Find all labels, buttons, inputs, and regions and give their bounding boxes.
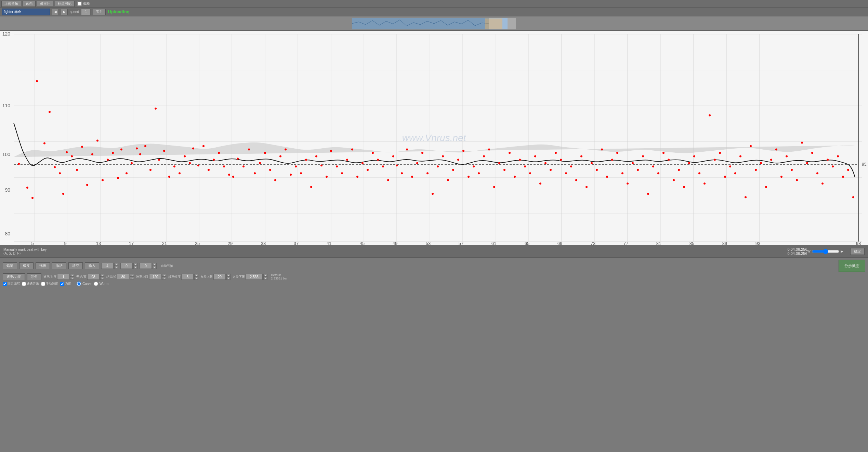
spinner-rate-down[interactable]: ▼ xyxy=(70,277,74,280)
eraser-btn[interactable]: 橡皮 xyxy=(19,262,34,269)
svg-point-206 xyxy=(847,169,849,171)
svg-point-45 xyxy=(31,197,34,199)
speed-input[interactable] xyxy=(81,9,91,15)
svg-point-55 xyxy=(81,146,83,148)
spinner-max-rate-input[interactable] xyxy=(149,274,161,280)
svg-point-205 xyxy=(842,176,844,178)
spinner-max-rate-down[interactable]: ▼ xyxy=(162,277,166,280)
return-btn[interactable]: 返档 xyxy=(23,1,36,7)
svg-point-137 xyxy=(493,186,495,188)
spinner-freq-up[interactable]: ▲ xyxy=(194,274,198,277)
spinner-rate-arrows[interactable]: ▲ ▼ xyxy=(70,274,74,280)
clear-btn[interactable]: 清空 xyxy=(68,262,83,269)
spinner-4-up[interactable]: ▲ xyxy=(114,263,118,266)
spinner-freq-input[interactable] xyxy=(181,274,194,280)
spinner-var-max-down[interactable]: ▼ xyxy=(226,277,231,280)
input-btn[interactable]: 输入 xyxy=(85,262,99,269)
rate-strength-btn[interactable]: 速率/力度 xyxy=(3,273,25,280)
svg-point-148 xyxy=(550,169,552,171)
curve-radio[interactable] xyxy=(77,282,81,286)
spinner-max-rate-up[interactable]: ▲ xyxy=(162,274,166,277)
pencil-btn[interactable]: 铅笔 xyxy=(3,262,17,269)
spinner-start-arrows[interactable]: ▲ ▼ xyxy=(100,274,104,280)
svg-point-159 xyxy=(606,176,608,178)
svg-text:25: 25 xyxy=(195,241,200,245)
spinner-4-arrows[interactable]: ▲ ▼ xyxy=(114,263,118,269)
spinner-0a-input[interactable] xyxy=(120,263,133,269)
svg-text:33: 33 xyxy=(261,241,266,245)
spinner-0b-input[interactable] xyxy=(140,263,152,269)
svg-point-54 xyxy=(76,169,78,171)
svg-point-82 xyxy=(213,159,215,161)
svg-text:80: 80 xyxy=(5,231,10,236)
svg-point-89 xyxy=(248,148,250,150)
svg-point-65 xyxy=(131,162,133,164)
spinner-0a-up[interactable]: ▲ xyxy=(133,263,137,266)
drag-btn[interactable]: 拖拽 xyxy=(36,262,50,269)
spinner-end-input[interactable] xyxy=(117,274,129,280)
svg-point-201 xyxy=(821,182,824,184)
spinner-end-down[interactable]: ▼ xyxy=(130,277,134,280)
confirm-btn[interactable]: 确定 xyxy=(850,248,865,255)
fourier-btn[interactable]: 傅里叶 xyxy=(37,1,53,7)
play-btn[interactable]: 玉主 xyxy=(93,9,106,15)
svg-point-75 xyxy=(179,172,181,174)
spinner-end-up[interactable]: ▲ xyxy=(130,274,134,277)
mark-btn[interactable]: 标点书记 xyxy=(55,1,75,7)
upload-music-btn[interactable]: 上传音乐 xyxy=(1,1,21,7)
fixed-checkbox[interactable] xyxy=(3,282,7,286)
waveform-bar xyxy=(0,16,868,31)
svg-point-76 xyxy=(184,155,186,157)
spinner-max-rate-arrows[interactable]: ▲ ▼ xyxy=(162,274,166,280)
cut-checkbox[interactable] xyxy=(77,1,82,6)
checkbox-strength: 力度 xyxy=(60,282,71,286)
spinner-4-input[interactable] xyxy=(101,263,114,269)
spinner-var-min-down[interactable]: ▼ xyxy=(263,277,267,280)
spinner-var-max-input[interactable] xyxy=(213,274,226,280)
next-btn[interactable]: ▶ xyxy=(61,9,68,15)
spinner-var-max-arrows[interactable]: ▲ ▼ xyxy=(226,274,231,280)
spinner-end-arrows[interactable]: ▲ ▼ xyxy=(130,274,134,280)
speed-slider[interactable] xyxy=(812,249,839,254)
segment-btn[interactable]: 分步截面 xyxy=(839,260,865,272)
svg-point-69 xyxy=(149,169,152,171)
spinner-0a-arrows[interactable]: ▲ ▼ xyxy=(133,263,137,269)
spinner-var-min-input[interactable] xyxy=(246,274,263,280)
svg-point-204 xyxy=(837,155,839,157)
spinner-freq-down[interactable]: ▼ xyxy=(194,277,198,280)
spinner-4-down[interactable]: ▼ xyxy=(114,266,118,269)
svg-point-77 xyxy=(189,162,191,164)
spinner-freq-arrows[interactable]: ▲ ▼ xyxy=(194,274,198,280)
svg-text:41: 41 xyxy=(327,241,331,245)
spinner-0b-up[interactable]: ▲ xyxy=(153,263,157,266)
track-input[interactable] xyxy=(2,9,50,15)
svg-point-66 xyxy=(136,147,138,149)
guide-btn[interactable]: 导句 xyxy=(27,273,41,280)
svg-point-160 xyxy=(611,159,613,161)
spinner-start-up[interactable]: ▲ xyxy=(100,274,104,277)
spinner-var-min-up[interactable]: ▲ xyxy=(263,274,267,277)
manual-checkbox[interactable] xyxy=(41,282,45,286)
spinner-var-min-arrows[interactable]: ▲ ▼ xyxy=(263,274,267,280)
spinner-0a-down[interactable]: ▼ xyxy=(133,266,137,269)
spinner-0b-down[interactable]: ▼ xyxy=(153,266,157,269)
svg-point-114 xyxy=(377,159,379,161)
spinner-start-down[interactable]: ▼ xyxy=(100,277,104,280)
transparent-checkbox[interactable] xyxy=(22,282,26,286)
worm-radio[interactable] xyxy=(94,282,98,286)
status-hint: Manually mark beat with key (A, S, D, F) xyxy=(3,248,787,255)
svg-point-74 xyxy=(173,165,175,167)
waveform-display[interactable] xyxy=(352,18,516,29)
strength-checkbox[interactable] xyxy=(60,282,64,286)
spinner-rate-input[interactable] xyxy=(57,274,69,280)
spinner-var-max-up[interactable]: ▲ xyxy=(226,274,231,277)
spinner-end-label: 结束/拍 xyxy=(106,275,117,279)
svg-point-177 xyxy=(698,172,700,174)
activate-btn[interactable]: 激活 xyxy=(52,262,66,269)
prev-btn[interactable]: ◀ xyxy=(52,9,59,15)
spinner-0b-arrows[interactable]: ▲ ▼ xyxy=(153,263,157,269)
svg-point-157 xyxy=(596,169,598,171)
spinner-start-input[interactable] xyxy=(87,274,100,280)
svg-point-102 xyxy=(315,155,317,157)
spinner-rate-up[interactable]: ▲ xyxy=(70,274,74,277)
